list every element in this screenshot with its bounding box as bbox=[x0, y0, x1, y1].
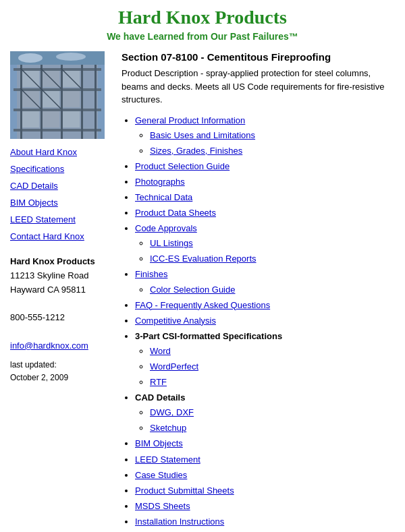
svg-rect-18 bbox=[43, 111, 59, 127]
list-item: Code ApprovalsUL ListingsICC-ES Evaluati… bbox=[135, 221, 395, 266]
svg-point-26 bbox=[18, 53, 43, 63]
list-item-link[interactable]: Technical Data bbox=[135, 192, 192, 202]
content-links-list: General Product InformationBasic Uses an… bbox=[122, 113, 395, 533]
sub-list-item: Sketchup bbox=[150, 421, 395, 436]
section-number: Section 07-8100 bbox=[122, 51, 198, 63]
list-item: Product Submittal Sheets bbox=[135, 483, 395, 498]
main-layout: About Hard Knox Specifications CAD Detai… bbox=[10, 51, 395, 532]
list-item: Technical Data bbox=[135, 190, 395, 205]
list-item: FinishesColor Selection Guide bbox=[135, 267, 395, 297]
page-wrapper: Hard Knox Products We have Learned from … bbox=[0, 0, 405, 532]
section-separator: - bbox=[201, 51, 207, 63]
sub-list-item-link[interactable]: RTF bbox=[150, 377, 167, 387]
sub-list: Basic Uses and LimitationsSizes, Grades,… bbox=[135, 128, 395, 158]
svg-rect-16 bbox=[63, 91, 80, 107]
email-link[interactable]: info@hardknox.com bbox=[10, 341, 88, 351]
address-line2: Hayward CA 95811 bbox=[10, 283, 115, 297]
list-item: Case Studies bbox=[135, 468, 395, 483]
sub-list: UL ListingsICC-ES Evaluation Reports bbox=[135, 236, 395, 266]
list-item-link[interactable]: Competitive Analysis bbox=[135, 316, 216, 326]
svg-rect-3 bbox=[14, 88, 101, 91]
list-item-link[interactable]: Product Selection Guide bbox=[135, 161, 230, 171]
sidebar-item-bim[interactable]: BIM Objects bbox=[10, 198, 115, 208]
sub-list-item-link[interactable]: UL Listings bbox=[150, 238, 193, 248]
sub-list-item-link[interactable]: Sketchup bbox=[150, 423, 186, 433]
svg-rect-17 bbox=[22, 111, 39, 127]
list-item-link[interactable]: BIM Objects bbox=[135, 438, 183, 448]
sub-list-item: RTF bbox=[150, 375, 395, 390]
sub-list-item-link[interactable]: WordPerfect bbox=[150, 361, 198, 372]
sub-list-item-link[interactable]: ICC-ES Evaluation Reports bbox=[150, 254, 256, 264]
sidebar-contact: Hard Knox Products 11213 Skyline Road Ha… bbox=[10, 255, 115, 384]
list-item: Competitive Analysis bbox=[135, 314, 395, 328]
list-item-link[interactable]: LEED Statement bbox=[135, 454, 200, 465]
list-item-label: 3-Part CSI-formatted Specifications bbox=[135, 331, 282, 341]
svg-rect-2 bbox=[14, 68, 101, 71]
sidebar-item-contact[interactable]: Contact Hard Knox bbox=[10, 231, 115, 241]
list-item-label: CAD Details bbox=[135, 392, 185, 403]
sidebar-item-cad[interactable]: CAD Details bbox=[10, 181, 115, 191]
sub-list-item: Color Selection Guide bbox=[150, 283, 395, 297]
sidebar-nav: About Hard Knox Specifications CAD Detai… bbox=[10, 147, 115, 241]
sub-list-item-link[interactable]: Color Selection Guide bbox=[150, 285, 235, 295]
sub-list: Color Selection Guide bbox=[135, 283, 395, 297]
section-name: Cementitous Fireproofing bbox=[207, 51, 331, 63]
sidebar-item-leed[interactable]: LEED Statement bbox=[10, 214, 115, 225]
list-item: LEED Statement bbox=[135, 452, 395, 467]
sub-list-item: Sizes, Grades, Finishes bbox=[150, 144, 395, 158]
list-item-link[interactable]: Product Submittal Sheets bbox=[135, 485, 234, 496]
sidebar-item-about[interactable]: About Hard Knox bbox=[10, 147, 115, 157]
list-item-link[interactable]: Finishes bbox=[135, 269, 167, 279]
main-content: Section 07-8100 - Cementitous Fireproofi… bbox=[115, 51, 395, 532]
svg-rect-5 bbox=[14, 129, 101, 131]
list-item-link[interactable]: Installation Instructions bbox=[135, 516, 224, 527]
sub-list-item: DWG, DXF bbox=[150, 405, 395, 420]
list-item: MSDS Sheets bbox=[135, 499, 395, 514]
svg-point-27 bbox=[56, 53, 86, 61]
list-item: General Product InformationBasic Uses an… bbox=[135, 113, 395, 158]
sidebar: About Hard Knox Specifications CAD Detai… bbox=[10, 51, 115, 532]
svg-rect-10 bbox=[94, 65, 97, 139]
sub-list-item: UL Listings bbox=[150, 236, 395, 251]
sub-list-item-link[interactable]: Word bbox=[150, 346, 171, 356]
list-item-link[interactable]: Product Data Sheets bbox=[135, 208, 216, 218]
svg-rect-7 bbox=[40, 65, 43, 139]
address-line1: 11213 Skyline Road bbox=[10, 269, 115, 283]
product-description: Product Description - spray-applied prot… bbox=[122, 67, 395, 107]
list-item: CAD DetailsDWG, DXFSketchup bbox=[135, 390, 395, 436]
list-item: Photographs bbox=[135, 175, 395, 189]
sub-list-item: ICC-ES Evaluation Reports bbox=[150, 252, 395, 266]
sub-list-item-link[interactable]: Sizes, Grades, Finishes bbox=[150, 146, 242, 156]
section-title: Section 07-8100 - Cementitous Fireproofi… bbox=[122, 51, 395, 63]
svg-rect-9 bbox=[81, 65, 83, 139]
scaffold-background bbox=[10, 51, 105, 139]
list-item: Installation Instructions bbox=[135, 514, 395, 529]
site-title: Hard Knox Products bbox=[10, 7, 395, 28]
sub-list-item-link[interactable]: Basic Uses and Limitations bbox=[150, 130, 255, 140]
sidebar-item-specifications[interactable]: Specifications bbox=[10, 164, 115, 174]
list-item: Product Data Sheets bbox=[135, 206, 395, 220]
sub-list: WordWordPerfectRTF bbox=[135, 344, 395, 390]
sub-list-item-link[interactable]: DWG, DXF bbox=[150, 407, 194, 417]
list-item-link[interactable]: MSDS Sheets bbox=[135, 501, 190, 511]
svg-rect-6 bbox=[20, 65, 22, 139]
list-item-link[interactable]: Code Approvals bbox=[135, 223, 197, 233]
list-item-link[interactable]: Photographs bbox=[135, 177, 185, 187]
sub-list-item: WordPerfect bbox=[150, 359, 395, 374]
sub-list: DWG, DXFSketchup bbox=[135, 405, 395, 436]
product-image bbox=[10, 51, 105, 139]
list-item: Product Selection Guide bbox=[135, 159, 395, 174]
last-updated-date: October 2, 2009 bbox=[10, 373, 68, 382]
list-item-link[interactable]: FAQ - Frequently Asked Questions bbox=[135, 300, 270, 310]
list-item-link[interactable]: Case Studies bbox=[135, 470, 187, 480]
list-item-link[interactable]: General Product Information bbox=[135, 115, 245, 125]
last-updated: last updated: October 2, 2009 bbox=[10, 359, 115, 384]
sub-list-item: Basic Uses and Limitations bbox=[150, 128, 395, 143]
list-item: FAQ - Frequently Asked Questions bbox=[135, 298, 395, 313]
list-item: BIM Objects bbox=[135, 436, 395, 451]
svg-rect-4 bbox=[14, 109, 101, 111]
last-updated-label: last updated: bbox=[10, 360, 57, 370]
sub-list-item: Word bbox=[150, 344, 395, 359]
svg-rect-8 bbox=[61, 65, 63, 139]
svg-rect-19 bbox=[63, 111, 80, 127]
